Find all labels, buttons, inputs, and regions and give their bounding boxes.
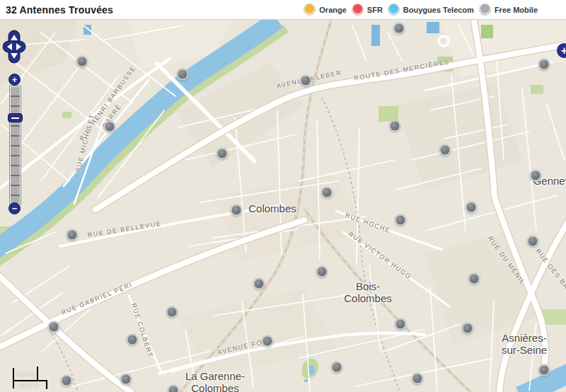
- legend-label: Orange: [319, 6, 347, 14]
- antenna-marker[interactable]: [120, 374, 132, 386]
- antenna-marker[interactable]: [104, 121, 116, 133]
- antenna-marker[interactable]: [462, 323, 474, 335]
- antenna-marker[interactable]: [439, 144, 451, 156]
- zoom-out-button[interactable]: −: [8, 202, 21, 214]
- zoom-in-button[interactable]: +: [8, 74, 21, 86]
- antenna-marker[interactable]: [538, 59, 550, 71]
- city-label: Colombes: [248, 203, 296, 215]
- antenna-marker[interactable]: [76, 56, 88, 68]
- antenna-marker[interactable]: [395, 318, 407, 330]
- pan-zoom-control: + −: [1, 30, 30, 214]
- antenna-marker[interactable]: [527, 236, 539, 248]
- bouygues-telecom-legend-icon: [388, 4, 400, 16]
- antenna-marker[interactable]: [468, 273, 480, 285]
- antenna-marker[interactable]: [166, 306, 178, 318]
- antenna-marker[interactable]: [316, 266, 328, 278]
- city-label: La Garenne-Colombes: [185, 371, 245, 392]
- antenna-marker[interactable]: [67, 229, 79, 241]
- antenna-marker[interactable]: [321, 187, 333, 199]
- zoom-slider-handle[interactable]: [8, 113, 23, 122]
- scale-metric-label: 500 m: [17, 371, 35, 378]
- antenna-marker[interactable]: [530, 170, 542, 182]
- antenna-marker[interactable]: [61, 375, 73, 387]
- legend: OrangeSFRBouygues TelecomFree Mobile: [304, 4, 560, 16]
- header: 32 Antennes Trouvées OrangeSFRBouygues T…: [0, 0, 566, 20]
- antenna-marker[interactable]: [127, 334, 139, 346]
- antenna-marker[interactable]: [393, 23, 405, 35]
- antenna-marker[interactable]: [466, 202, 478, 214]
- antenna-marker[interactable]: [262, 335, 274, 347]
- legend-label: Bouygues Telecom: [403, 6, 474, 14]
- free-mobile-legend-icon: [479, 4, 491, 16]
- city-label: Bois-Colombes: [344, 281, 392, 305]
- antenna-marker[interactable]: [48, 321, 60, 333]
- city-label: Asnières-sur-Seine: [502, 333, 547, 357]
- legend-item: Bouygues Telecom: [388, 4, 474, 16]
- zoom-slider-track[interactable]: [10, 86, 21, 204]
- antenna-marker[interactable]: [538, 364, 550, 376]
- antenna-marker[interactable]: [177, 69, 189, 81]
- map-canvas[interactable]: AVENUE KLEBERROUTE DES MERCIÈRESRUE HENR…: [0, 20, 566, 392]
- antenna-marker[interactable]: [331, 362, 343, 374]
- antenna-marker[interactable]: [231, 204, 243, 217]
- antenna-marker[interactable]: [389, 120, 401, 132]
- pan-compass: [1, 30, 27, 65]
- page-title: 32 Antennes Trouvées: [6, 4, 113, 16]
- legend-item: Orange: [304, 4, 347, 16]
- antenna-marker[interactable]: [216, 148, 229, 160]
- sfr-legend-icon: [352, 4, 364, 16]
- orange-legend-icon: [304, 4, 316, 16]
- antenna-marker[interactable]: [395, 214, 407, 226]
- legend-item: Free Mobile: [479, 4, 538, 16]
- antenna-marker[interactable]: [253, 278, 265, 290]
- antenna-marker[interactable]: [168, 385, 180, 392]
- scale-imperial-label: 2000 ft: [18, 381, 38, 388]
- antenna-marker[interactable]: [300, 75, 312, 87]
- legend-label: Free Mobile: [495, 6, 538, 14]
- legend-item: SFR: [352, 4, 383, 16]
- legend-label: SFR: [367, 6, 383, 14]
- scale-bar: 500 m 2000 ft: [13, 367, 55, 391]
- antenna-marker[interactable]: [412, 373, 424, 385]
